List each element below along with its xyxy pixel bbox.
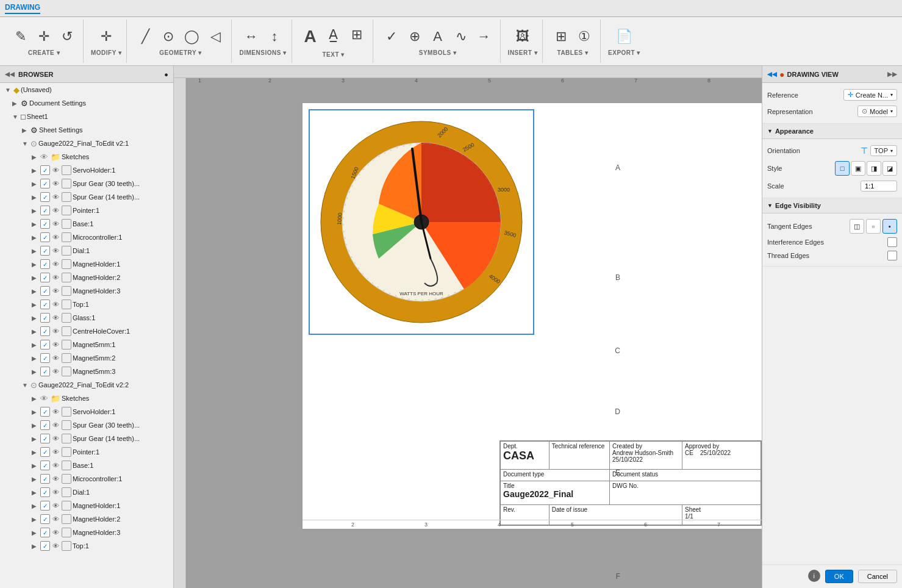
tree-check[interactable]: ✓ <box>40 340 50 350</box>
tree-arrow[interactable]: ▶ <box>12 100 20 107</box>
tree-item-sketches1[interactable]: ▶ 👁 📁 Sketches <box>0 150 173 163</box>
symbol-button[interactable]: ⊕ <box>404 26 426 47</box>
style-btn-1[interactable]: □ <box>835 161 850 176</box>
tree-eye[interactable]: 👁 <box>52 314 59 321</box>
tree-eye[interactable]: 👁 <box>52 502 59 509</box>
tree-arrow-gauge1[interactable]: ▼ <box>22 140 29 147</box>
tree-check[interactable]: ✓ <box>40 501 50 511</box>
tree-item-spurgear14-2[interactable]: ▶ ✓ 👁 Spur Gear (14 teeth)... <box>0 432 173 445</box>
tree-item-magnet5mm2[interactable]: ▶ ✓ 👁 Magnet5mm:2 <box>0 351 173 365</box>
tree-check[interactable]: ✓ <box>40 313 50 323</box>
tree-item-sheet-settings[interactable]: ▶ ⚙ Sheet Settings <box>0 123 173 137</box>
ok-button[interactable]: OK <box>825 570 853 583</box>
tree-eye[interactable]: 👁 <box>52 515 59 523</box>
info-icon[interactable]: i <box>808 570 820 582</box>
tree-arrow[interactable]: ▶ <box>32 342 39 348</box>
tree-arrow[interactable]: ▶ <box>32 167 39 174</box>
tree-check[interactable]: ✓ <box>40 541 50 551</box>
tangent-btn-2[interactable]: ▫ <box>866 219 881 234</box>
tree-eye[interactable]: 👁 <box>52 408 59 415</box>
tree-arrow[interactable]: ▶ <box>32 194 39 201</box>
tree-item-dial1[interactable]: ▶ ✓ 👁 Dial:1 <box>0 244 173 257</box>
tree-eye[interactable]: 👁 <box>52 462 59 469</box>
tree-eye[interactable]: 👁 <box>52 180 59 187</box>
insert-button[interactable]: 🖼 <box>512 26 534 47</box>
style-btn-2[interactable]: ▣ <box>851 161 865 176</box>
tree-arrow[interactable]: ▶ <box>32 154 39 160</box>
bom-button[interactable]: ① <box>573 26 595 47</box>
tree-check[interactable]: ✓ <box>40 514 50 524</box>
tree-eye[interactable]: 👁 <box>52 354 59 362</box>
tree-eye[interactable]: 👁 <box>52 301 59 308</box>
tree-arrow[interactable]: ▶ <box>32 503 39 509</box>
tree-eye[interactable]: 👁 <box>52 260 59 268</box>
tree-eye[interactable]: 👁 <box>52 193 59 201</box>
tree-arrow[interactable]: ▶ <box>32 221 39 228</box>
tree-check[interactable]: ✓ <box>40 259 50 269</box>
tree-check[interactable]: ✓ <box>40 179 50 188</box>
tree-check[interactable]: ✓ <box>40 326 50 336</box>
tree-arrow[interactable]: ▶ <box>32 436 39 442</box>
edge-visibility-section-header[interactable]: ▼ Edge Visibility <box>762 198 902 213</box>
tree-item-magnetholder1-a[interactable]: ▶ ✓ 👁 MagnetHolder:1 <box>0 257 173 271</box>
tree-eye[interactable]: 👁 <box>52 489 59 496</box>
thread-edges-checkbox[interactable] <box>887 251 897 260</box>
tree-arrow[interactable]: ▶ <box>32 274 39 281</box>
tree-eye[interactable]: 👁 <box>52 421 59 429</box>
tree-check[interactable]: ✓ <box>40 528 50 537</box>
modify-button[interactable]: ✛ <box>95 26 117 47</box>
tree-arrow-gauge2[interactable]: ▼ <box>22 382 29 389</box>
sidebar-close[interactable]: ● <box>164 71 168 78</box>
tables-button[interactable]: ⊞ <box>550 26 572 47</box>
tree-item-pointer2[interactable]: ▶ ✓ 👁 Pointer:1 <box>0 445 173 459</box>
create-button[interactable]: ✎ <box>10 26 32 47</box>
interference-edges-checkbox[interactable] <box>887 237 897 247</box>
tree-eye[interactable]: 👁 <box>52 328 59 335</box>
tree-check[interactable]: ✓ <box>40 165 50 175</box>
line-button[interactable]: ╱ <box>134 26 156 47</box>
tree-arrow[interactable]: ▶ <box>32 288 39 295</box>
tree-item-glass1[interactable]: ▶ ✓ 👁 Glass:1 <box>0 311 173 324</box>
cancel-button[interactable]: Cancel <box>858 570 897 583</box>
tangent-btn-1[interactable]: ◫ <box>850 219 864 234</box>
reference-dropdown[interactable]: ✛ Create N... ▾ <box>843 89 897 101</box>
text-style-button[interactable]: A̲ <box>323 24 345 49</box>
tree-arrow[interactable]: ▶ <box>32 422 39 429</box>
tree-eye[interactable]: 👁 <box>52 475 59 482</box>
tree-item-gauge1[interactable]: ▼ ⊙ Gauge2022_Final_ToEdit v2:1 <box>0 137 173 150</box>
tree-item-magnetholder3-b[interactable]: ▶ ✓ 👁 MagnetHolder:3 <box>0 526 173 539</box>
tree-item-gauge2[interactable]: ▼ ⊙ Gauge2022_Final_ToEdit v2:2 <box>0 378 173 392</box>
tree-arrow[interactable]: ▶ <box>32 328 39 335</box>
tree-arrow[interactable]: ▶ <box>32 248 39 254</box>
tree-item-magnetholder1-b[interactable]: ▶ ✓ 👁 MagnetHolder:1 <box>0 499 173 512</box>
tree-arrow[interactable]: ▶ <box>32 529 39 536</box>
tree-eye[interactable]: 👁 <box>52 207 59 214</box>
tree-arrow[interactable]: ▶ <box>32 181 39 187</box>
gauge-view-box[interactable]: 2000 2500 3000 3500 4000 1500 1000 WATTS… <box>309 109 534 335</box>
tree-item-top2[interactable]: ▶ ✓ 👁 Top:1 <box>0 539 173 553</box>
tree-arrow[interactable]: ▶ <box>32 315 39 321</box>
move-button[interactable]: ✛ <box>33 26 55 47</box>
tree-check[interactable]: ✓ <box>40 273 50 282</box>
tree-arrow[interactable]: ▶ <box>32 462 39 469</box>
tree-item-dial2[interactable]: ▶ ✓ 👁 Dial:1 <box>0 486 173 499</box>
tree-item-spurgear14-1[interactable]: ▶ ✓ 👁 Spur Gear (14 teeth)... <box>0 190 173 204</box>
arrow-button[interactable]: → <box>473 26 495 47</box>
tree-item-micro2[interactable]: ▶ ✓ 👁 Microcontroller:1 <box>0 472 173 486</box>
tree-arrow[interactable]: ▶ <box>22 127 29 134</box>
tree-check[interactable]: ✓ <box>40 487 50 497</box>
tree-arrow[interactable]: ▶ <box>32 301 39 308</box>
text2-button[interactable]: A <box>427 26 449 47</box>
tree-arrow[interactable]: ▶ <box>32 395 39 402</box>
trim-button[interactable]: ◁ <box>204 26 226 47</box>
tree-eye[interactable]: 👁 <box>52 542 59 550</box>
tree-arrow[interactable]: ▶ <box>32 234 39 241</box>
tree-item-top1[interactable]: ▶ ✓ 👁 Top:1 <box>0 298 173 311</box>
tree-arrow-sheet1[interactable]: ▼ <box>12 113 20 120</box>
ellipse-button[interactable]: ◯ <box>181 26 203 47</box>
tree-check[interactable]: ✓ <box>40 206 50 215</box>
tree-eye[interactable]: 👁 <box>52 368 59 375</box>
tree-item-magnet5mm1[interactable]: ▶ ✓ 👁 Magnet5mm:1 <box>0 338 173 351</box>
tree-item-sketches2[interactable]: ▶ 👁 📁 Sketches <box>0 392 173 405</box>
tree-item-magnetholder2-a[interactable]: ▶ ✓ 👁 MagnetHolder:2 <box>0 271 173 284</box>
